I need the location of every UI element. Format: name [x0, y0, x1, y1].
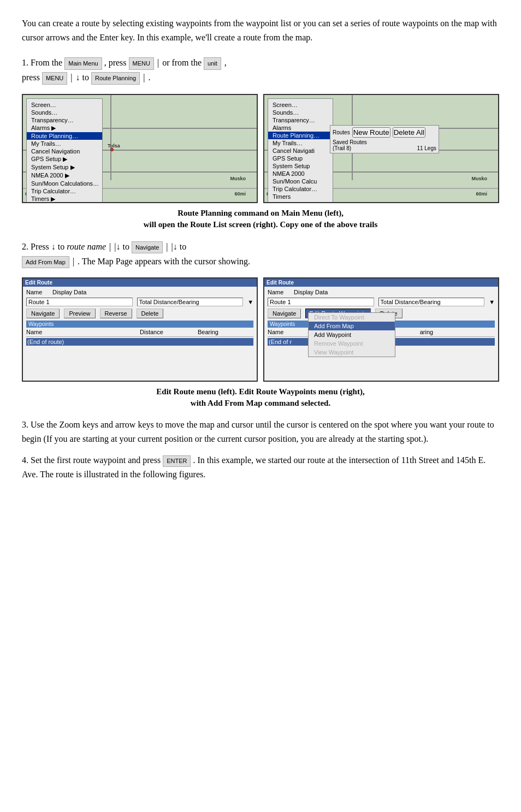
popup-add-from-map[interactable]: Add From Map	[309, 322, 395, 330]
menu-timers: Timers ▶	[27, 195, 102, 203]
menu-route-planning: Route Planning…	[27, 132, 102, 140]
left-display-select[interactable]: Total Distance/Bearing	[137, 298, 244, 306]
menu-screen: Screen…	[27, 101, 102, 109]
rl-nmea: NMEA 2000	[268, 170, 333, 177]
right-end-of-route: (End of r	[269, 339, 292, 345]
rl-trip: Trip Calculator…	[268, 185, 333, 193]
rl-screen: Screen…	[268, 101, 333, 109]
menu-system-setup: System Setup ▶	[27, 163, 102, 171]
menu-cancel-nav: Cancel Navigation	[27, 147, 102, 155]
step-4-paragraph: 4. Set the first route waypoint and pres…	[22, 453, 499, 481]
step1-press: , press	[104, 55, 127, 70]
rl-timers: Timers	[268, 193, 333, 200]
main-menu-placeholder: Main Menu	[64, 57, 102, 70]
route-planning-placeholder: Route Planning	[91, 72, 140, 85]
step2-down-to2: |↓ to	[171, 239, 187, 254]
caption-1: Route Planning command on Main Menu (lef…	[22, 208, 499, 230]
rl-my-trails: My Trails…	[268, 139, 333, 147]
step1-period: .	[148, 70, 150, 85]
rl-cancel-nav: Cancel Navigati	[268, 147, 333, 155]
right-name-input[interactable]: Route 1	[268, 298, 374, 306]
delete-all-btn[interactable]: Delete All	[393, 127, 425, 138]
left-delete-btn[interactable]: Delete	[137, 309, 164, 318]
step3-number: 3.	[22, 420, 28, 429]
step3-text: Use the Zoom keys and arrow keys to move…	[22, 420, 494, 443]
left-name-label: Name	[26, 289, 48, 295]
step1-number: 1.	[22, 55, 28, 70]
left-waypoint-row: (End of route)	[26, 338, 253, 346]
step1-down-to: ↓ to	[75, 70, 88, 85]
rl-system: System Setup	[268, 162, 333, 170]
left-select-arrow: ▼	[247, 299, 253, 305]
left-end-of-route: (End of route)	[27, 339, 64, 345]
screenshot-main-menu: Tulsa Musko Sandra 002 60mi 60mi Screen……	[22, 94, 258, 203]
left-display-label: Display Data	[52, 289, 253, 295]
left-preview-btn[interactable]: Preview	[64, 309, 95, 318]
left-waypoints-header: Waypoints	[26, 321, 253, 328]
rl-alarms: Alarms	[268, 124, 333, 132]
trail-row: (Trail 8) 11 Legs	[333, 145, 436, 151]
popup-remove-waypoint[interactable]: Remove Waypoint	[309, 339, 395, 348]
left-name-input[interactable]: Route 1	[26, 298, 133, 306]
left-reverse-btn[interactable]: Reverse	[100, 309, 132, 318]
right-display-label: Display Data	[294, 289, 495, 295]
menu-transparency: Transparency…	[27, 116, 102, 124]
main-menu-overlay: Screen… Sounds… Transparency… Alarms ▶ R…	[26, 98, 103, 203]
step-2: 2. Press ↓ to route name | |↓ to Navigat…	[22, 239, 499, 269]
unit-placeholder: unit	[204, 57, 221, 70]
step2-down-to: |↓ to	[114, 239, 129, 254]
left-col-name: Name	[26, 329, 138, 335]
menu-gps-setup: GPS Setup ▶	[27, 155, 102, 163]
add-from-map-placeholder: Add From Map	[22, 256, 69, 269]
route-list-popup: Routes New Route Delete All Saved Routes…	[330, 125, 439, 153]
menu-key-placeholder: MENU	[129, 57, 154, 70]
right-col-bearing: aring	[420, 329, 495, 335]
menu-sounds: Sounds…	[27, 109, 102, 116]
step4-text-a: Set the first route waypoint and press	[31, 455, 161, 465]
step2-number: 2.	[22, 239, 28, 254]
right-display-select[interactable]: Total Distance/Bearing	[378, 298, 485, 306]
saved-routes-section: Saved Routes (Trail 8) 11 Legs	[333, 139, 436, 151]
step1-text-c: or from the	[162, 55, 202, 70]
step-3-paragraph: 3. Use the Zoom keys and arrow keys to m…	[22, 418, 499, 446]
step1-text-a: From the	[31, 55, 62, 70]
right-name-label: Name	[268, 289, 289, 295]
left-col-distance: Distance	[140, 329, 196, 335]
edit-route-row: Edit Route Name Display Data Route 1 Tot…	[22, 277, 499, 382]
rl-browse: Browse Files…	[268, 200, 333, 203]
edit-route-right-panel: Edit Route Name Display Data Route 1 Tot…	[263, 277, 499, 382]
menu-nmea: NMEA 2000 ▶	[27, 171, 102, 180]
step2-text-a: Press ↓ to	[31, 239, 64, 254]
step1-press2: press	[22, 70, 40, 85]
enter-key-placeholder: ENTER	[163, 455, 191, 467]
menu-alarms: Alarms ▶	[27, 124, 102, 132]
edit-route-left-panel: Edit Route Name Display Data Route 1 Tot…	[22, 277, 258, 382]
menu-my-trails: My Trails…	[27, 140, 102, 147]
right-navigate-btn[interactable]: Navigate	[268, 309, 301, 318]
popup-view-waypoint[interactable]: View Waypoint	[309, 348, 395, 357]
rl-sunmoon: Sun/Moon Calcu	[268, 177, 333, 185]
popup-add-waypoint[interactable]: Add Waypoint	[309, 330, 395, 339]
left-waypoints-cols: Name Distance Bearing	[26, 329, 253, 337]
navigate-placeholder: Navigate	[132, 241, 163, 254]
popup-direct-to[interactable]: Direct To Waypoint	[309, 313, 395, 322]
left-col-bearing: Bearing	[198, 329, 253, 335]
caption-2: Edit Route menu (left). Edit Route Waypo…	[22, 386, 499, 409]
trail-label: (Trail 8)	[333, 145, 351, 151]
right-select-arrow: ▼	[489, 299, 495, 305]
left-navigate-btn[interactable]: Navigate	[26, 309, 60, 318]
routes-label: Routes	[333, 129, 350, 135]
right-panel-titlebar: Edit Route	[264, 278, 498, 287]
step-1: 1. From the Main Menu , press MENU | or …	[22, 55, 499, 85]
left-panel-titlebar: Edit Route	[23, 278, 257, 287]
step2-map-appears: . The Map Page appears with the cursor s…	[78, 254, 250, 269]
menu-tripcalc: Trip Calculator…	[27, 187, 102, 195]
left-empty-area	[26, 346, 253, 378]
right-popup-menu: Direct To Waypoint Add From Map Add Wayp…	[308, 312, 395, 357]
rl-route-planning: Route Planning…	[268, 132, 333, 139]
screenshot-route-list: Musko 60mi 60mi Screen… Sounds… Transpar…	[263, 94, 499, 203]
rl-gps: GPS Setup	[268, 155, 333, 162]
menu-key2-placeholder: MENU	[42, 72, 67, 85]
intro-paragraph: You can create a route by selecting exis…	[22, 16, 499, 44]
new-route-btn[interactable]: New Route	[352, 127, 390, 138]
